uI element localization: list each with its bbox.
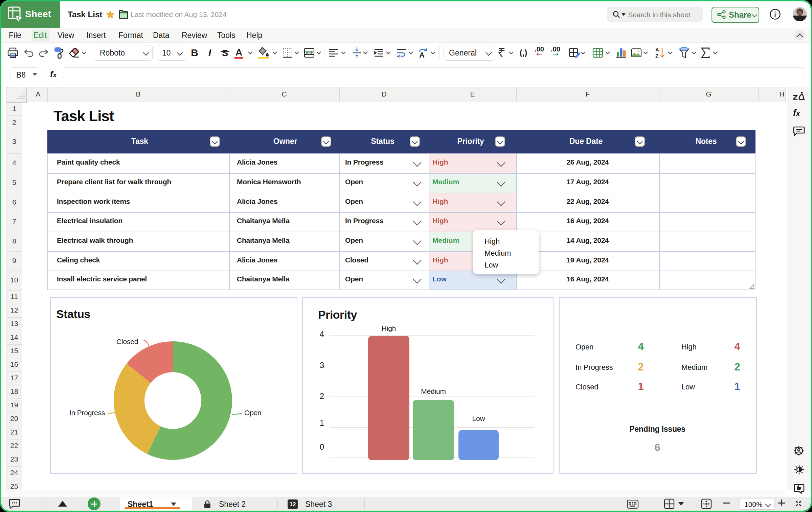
svg-text:.00: .00 [551, 45, 560, 53]
svg-text:.00: .00 [535, 45, 544, 53]
svg-text:(,): (,) [520, 48, 527, 57]
svg-text:A: A [419, 51, 425, 59]
svg-text:A: A [655, 47, 659, 52]
svg-text:Z: Z [655, 53, 658, 59]
